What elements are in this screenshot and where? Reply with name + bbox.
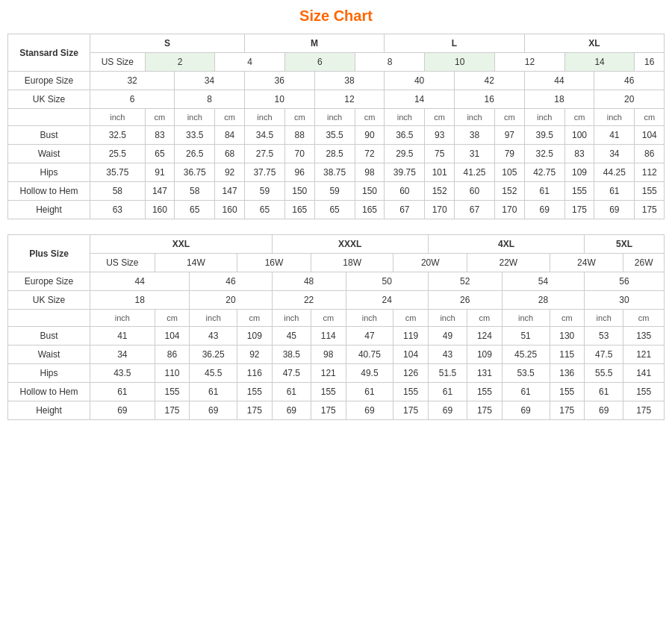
plus-measurement-value: 69 xyxy=(346,401,393,420)
plus-measurement-value: 155 xyxy=(623,383,665,401)
measurement-value: 65 xyxy=(145,145,175,163)
measurement-value: 67 xyxy=(385,201,425,219)
measurement-value: 90 xyxy=(355,126,385,145)
measurement-value: 36.75 xyxy=(175,163,215,182)
plus-measurement-value: 86 xyxy=(155,345,190,364)
measurement-label: Bust xyxy=(8,126,90,145)
5xl-header: 5XL xyxy=(585,235,665,254)
plus-measurement-value: 36.25 xyxy=(190,345,237,364)
plus-measurement-value: 61 xyxy=(428,383,467,401)
plus-measurement-value: 155 xyxy=(237,383,273,401)
europe-size-value: 34 xyxy=(175,72,245,90)
plus-measurement-value: 110 xyxy=(155,364,190,383)
measurement-label: Hips xyxy=(8,163,90,182)
plus-measurement-value: 126 xyxy=(393,364,429,383)
plus-size-header: Plus Size xyxy=(8,235,90,272)
europe-size-value: 40 xyxy=(385,72,455,90)
measurement-value: 32.5 xyxy=(90,126,146,145)
plus-measurement-value: 109 xyxy=(467,345,503,364)
plus-europe-size-value: 44 xyxy=(90,272,190,291)
plus-uk-size-value: 18 xyxy=(90,291,190,310)
plus-unit-cell: cm xyxy=(393,310,429,327)
plus-measurement-value: 45 xyxy=(272,327,311,345)
plus-measurement-value: 41 xyxy=(90,327,155,345)
measurement-value: 34.5 xyxy=(244,126,284,145)
measurement-value: 160 xyxy=(145,201,175,219)
plus-measurement-label: Hips xyxy=(8,364,90,383)
plus-measurement-value: 61 xyxy=(272,383,311,401)
plus-measurement-value: 115 xyxy=(550,345,585,364)
measurement-value: 38 xyxy=(454,126,494,145)
measurement-value: 104 xyxy=(635,126,665,145)
plus-measurement-value: 98 xyxy=(311,345,346,364)
plus-measurement-value: 155 xyxy=(155,383,190,401)
unit-cell: cm xyxy=(564,109,594,126)
us-size-value: 12 xyxy=(495,53,565,72)
measurement-value: 68 xyxy=(215,145,245,163)
measurement-value: 170 xyxy=(425,201,455,219)
measurement-value: 109 xyxy=(564,163,594,182)
us-size-value: 8 xyxy=(355,53,425,72)
measurement-value: 147 xyxy=(215,182,245,201)
plus-uk-size-value: 28 xyxy=(502,291,584,310)
measurement-value: 59 xyxy=(314,182,355,201)
uk-size-value: 16 xyxy=(454,90,524,109)
plus-measurement-value: 175 xyxy=(623,401,665,420)
unit-cell: inch xyxy=(175,109,215,126)
measurement-value: 150 xyxy=(285,182,315,201)
plus-europe-size-value: 54 xyxy=(502,272,584,291)
measurement-value: 155 xyxy=(635,182,665,201)
plus-measurement-value: 61 xyxy=(346,383,393,401)
plus-measurement-value: 131 xyxy=(467,364,503,383)
measurement-value: 83 xyxy=(145,126,175,145)
us-size-value: 2 xyxy=(145,53,215,72)
measurement-value: 84 xyxy=(215,126,245,145)
plus-us-size-value: 20W xyxy=(393,254,467,272)
measurement-value: 98 xyxy=(355,163,385,182)
plus-measurement-value: 155 xyxy=(311,383,346,401)
plus-measurement-value: 47.5 xyxy=(272,364,311,383)
plus-measurement-value: 136 xyxy=(550,364,585,383)
measurement-value: 152 xyxy=(495,182,525,201)
plus-measurement-value: 43.5 xyxy=(90,364,155,383)
europe-size-value: 36 xyxy=(244,72,314,90)
measurement-value: 101 xyxy=(425,163,455,182)
measurement-value: 79 xyxy=(495,145,525,163)
plus-measurement-value: 69 xyxy=(585,401,623,420)
plus-measurement-value: 104 xyxy=(393,345,429,364)
plus-unit-cell: cm xyxy=(623,310,665,327)
plus-measurement-value: 49.5 xyxy=(346,364,393,383)
measurement-value: 65 xyxy=(175,201,215,219)
measurement-value: 100 xyxy=(564,126,594,145)
xxl-header: XXL xyxy=(90,235,273,254)
unit-cell: cm xyxy=(495,109,525,126)
unit-cell: cm xyxy=(425,109,455,126)
us-size-value: 10 xyxy=(425,53,495,72)
plus-measurement-value: 51 xyxy=(502,327,550,345)
us-size-value: 4 xyxy=(215,53,285,72)
plus-unit-cell: inch xyxy=(585,310,623,327)
us-size-label: US Size xyxy=(90,53,146,72)
plus-europe-size-value: 46 xyxy=(190,272,272,291)
unit-cell: inch xyxy=(314,109,355,126)
measurement-value: 69 xyxy=(524,201,564,219)
measurement-value: 41.25 xyxy=(454,163,494,182)
uk-size-value: 12 xyxy=(314,90,385,109)
plus-unit-cell: inch xyxy=(90,310,155,327)
uk-size-value: 6 xyxy=(90,90,175,109)
plus-measurement-value: 175 xyxy=(311,401,346,420)
measurement-value: 83 xyxy=(564,145,594,163)
plus-measurement-value: 109 xyxy=(237,327,273,345)
measurement-label: Waist xyxy=(8,145,90,163)
measurement-value: 60 xyxy=(454,182,494,201)
measurement-value: 44.25 xyxy=(594,163,635,182)
unit-cell: cm xyxy=(635,109,665,126)
measurement-value: 150 xyxy=(355,182,385,201)
unit-cell: cm xyxy=(355,109,385,126)
unit-cell: inch xyxy=(594,109,635,126)
plus-measurement-value: 175 xyxy=(467,401,503,420)
europe-size-value: 32 xyxy=(90,72,175,90)
plus-unit-cell: cm xyxy=(550,310,585,327)
l-header: L xyxy=(385,34,524,53)
unit-cell: cm xyxy=(145,109,175,126)
